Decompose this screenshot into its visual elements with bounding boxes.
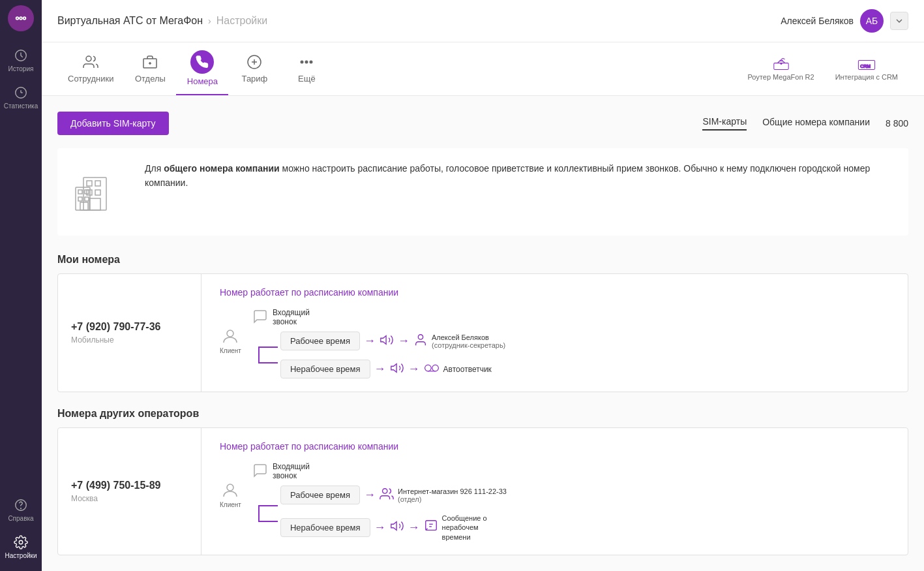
number-type-1: Мобильные: [71, 335, 188, 345]
speaker-icon-2: [390, 361, 404, 378]
tab-router[interactable]: Роутер MegaFon R2: [738, 50, 825, 89]
user-menu[interactable]: Алексей Беляков АБ: [781, 9, 908, 33]
incoming-call-icon-2: Клиент: [220, 480, 241, 508]
tab-employees[interactable]: Сотрудники: [57, 45, 124, 93]
svg-rect-27: [87, 181, 92, 186]
arrow-6: →: [374, 521, 386, 534]
sidebar-item-label-history: История: [8, 65, 34, 72]
svg-marker-47: [391, 522, 396, 531]
line-v-2: [258, 506, 260, 521]
incoming-text-1: Входящийзвонок: [273, 308, 310, 326]
svg-point-45: [227, 484, 233, 491]
working-branch-1: Рабочее время →: [258, 332, 505, 378]
tab-label-crm: Интеграция с CRM: [835, 73, 898, 81]
svg-point-19: [310, 61, 312, 63]
tab-label-numbers: Номера: [187, 76, 218, 86]
sidebar-item-label-statistics: Статистика: [4, 102, 38, 110]
non-working-time-box-1[interactable]: Нерабочее время: [280, 360, 370, 378]
sidebar-item-statistics[interactable]: Статистика: [0, 79, 42, 116]
flow-right-1: Входящийзвонок: [252, 308, 505, 378]
branch-lines-2: [258, 505, 278, 522]
message-icon-2: [424, 519, 438, 536]
work-time-row-1: Рабочее время →: [280, 332, 505, 350]
svg-point-1: [16, 17, 19, 20]
tab-sim-cards[interactable]: SIM-карты: [702, 116, 747, 131]
dept-role-2: (отдел): [398, 495, 507, 503]
tab-tariff[interactable]: Тариф: [228, 45, 280, 93]
sidebar-logo[interactable]: [8, 5, 34, 31]
toolbar: Добавить SIM-карту SIM-карты Общие номер…: [57, 112, 908, 135]
info-text-bold: общего номера компании: [164, 163, 280, 174]
svg-point-38: [227, 330, 233, 337]
arrow-1: →: [364, 334, 376, 348]
departments-icon: [141, 53, 159, 71]
employees-icon: [82, 53, 100, 71]
employee-name-1: Алексей Беляков: [432, 333, 505, 341]
svg-point-40: [418, 334, 423, 339]
my-numbers-title: Мои номера: [57, 254, 908, 266]
tab-label-router: Роутер MegaFon R2: [748, 73, 814, 81]
svg-point-0: [20, 17, 22, 20]
breadcrumb-current: Настройки: [216, 15, 267, 27]
arrow-7: →: [408, 521, 420, 534]
incoming-label-row-2: Входящийзвонок: [252, 462, 507, 480]
line-bottom-h-2: [258, 521, 278, 522]
building-icon: [70, 161, 129, 223]
right-nav-tabs: Роутер MegaFon R2 CRM Интеграция с CRM: [738, 50, 908, 89]
sidebar-item-history[interactable]: История: [0, 42, 42, 79]
svg-point-17: [301, 61, 303, 63]
svg-point-42: [425, 365, 431, 371]
header: Виртуальная АТС от МегаФон › Настройки А…: [42, 0, 924, 42]
svg-rect-28: [95, 181, 100, 186]
breadcrumb-separator: ›: [208, 16, 211, 26]
dept-icon-1: [380, 487, 394, 504]
call-flow-1: Клиент Входящийзвонок: [220, 308, 889, 378]
number-card-right-1: Номер работает по расписанию компании Кл…: [201, 274, 908, 392]
branch-items-1: Рабочее время →: [280, 332, 505, 378]
branch-lines-1: [258, 347, 278, 363]
tab-label-more: Ещё: [298, 74, 316, 84]
tab-crm[interactable]: CRM Интеграция с CRM: [825, 50, 908, 89]
voicemail-icon-1: [424, 363, 440, 376]
number-value-1: +7 (920) 790-77-36: [71, 321, 188, 333]
number-card-1: +7 (920) 790-77-36 Мобильные Номер работ…: [57, 273, 908, 392]
tab-more[interactable]: Ещё: [280, 45, 333, 93]
non-work-time-row-2: Нерабочее время →: [280, 514, 507, 542]
working-time-box-1[interactable]: Рабочее время: [280, 332, 360, 350]
svg-rect-37: [80, 202, 88, 210]
svg-point-46: [383, 488, 387, 493]
schedule-title-1: Номер работает по расписанию компании: [220, 287, 889, 298]
tab-company-numbers[interactable]: Общие номера компании: [762, 117, 870, 130]
working-time-box-2[interactable]: Рабочее время: [280, 486, 360, 504]
add-sim-button[interactable]: Добавить SIM-карту: [57, 112, 169, 135]
branch-items-2: Рабочее время →: [280, 486, 507, 542]
other-numbers-title: Номера других операторов: [57, 408, 908, 420]
tab-numbers[interactable]: Номера: [176, 42, 228, 95]
sidebar-item-settings[interactable]: Настройки: [0, 529, 42, 566]
svg-marker-41: [391, 363, 396, 372]
svg-point-8: [21, 508, 22, 509]
incoming-label-row-1: Входящийзвонок: [252, 308, 505, 326]
number-card-2: +7 (499) 750-15-89 Москва Номер работает…: [57, 427, 908, 555]
number-type-tabs: SIM-карты Общие номера компании 8 800: [702, 116, 908, 131]
incoming-text-2: Входящийзвонок: [273, 462, 310, 480]
line-top-h: [258, 347, 278, 348]
svg-text:CRM: CRM: [860, 63, 871, 68]
line-v-1: [258, 348, 260, 362]
tariff-icon: [245, 53, 263, 71]
non-working-time-box-2[interactable]: Нерабочее время: [280, 518, 370, 537]
flow-right-2: Входящийзвонок: [252, 462, 507, 542]
number-card-left-1: +7 (920) 790-77-36 Мобильные: [58, 274, 201, 392]
info-block: Для общего номера компании можно настрои…: [57, 148, 908, 236]
tab-departments[interactable]: Отделы: [124, 45, 176, 93]
branches-2: Рабочее время →: [258, 486, 507, 542]
sidebar-item-help[interactable]: Справка: [0, 491, 42, 529]
svg-rect-30: [95, 190, 100, 195]
tab-800[interactable]: 8 800: [886, 118, 908, 129]
svg-rect-33: [78, 190, 82, 194]
arrow-2: →: [398, 334, 410, 348]
svg-point-23: [781, 63, 782, 64]
speaker-icon-3: [390, 519, 404, 536]
incoming-call-icon-1: Клиент: [220, 326, 241, 354]
header-menu-icon[interactable]: [890, 12, 908, 30]
